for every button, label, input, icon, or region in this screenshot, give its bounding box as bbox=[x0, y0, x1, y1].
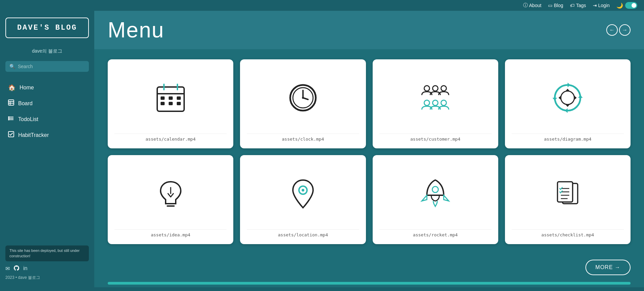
todolist-icon bbox=[8, 115, 14, 123]
diagram-icon bbox=[512, 66, 624, 129]
menu-header: Menu ← → bbox=[94, 11, 644, 49]
svg-point-44 bbox=[302, 189, 304, 192]
card-diagram[interactable]: assets/diagram.mp4 bbox=[505, 59, 631, 148]
sidebar-item-board[interactable]: Board bbox=[5, 95, 89, 111]
email-icon[interactable]: ✉ bbox=[5, 265, 10, 272]
construction-notice: This site has been deployed, but still u… bbox=[5, 245, 89, 261]
github-icon[interactable] bbox=[14, 265, 19, 272]
svg-rect-17 bbox=[177, 96, 181, 100]
svg-point-29 bbox=[424, 100, 430, 106]
svg-rect-19 bbox=[169, 102, 173, 105]
moon-icon: 🌙 bbox=[616, 2, 623, 9]
card-calendar[interactable]: assets/calendar.mp4 bbox=[108, 59, 233, 148]
about-link[interactable]: ⓘ About bbox=[523, 2, 542, 8]
blog-icon: ▭ bbox=[548, 3, 552, 8]
clock-icon bbox=[247, 66, 359, 129]
rocket-icon bbox=[379, 162, 492, 225]
nav-arrows: ← → bbox=[606, 24, 631, 36]
info-icon: ⓘ bbox=[523, 2, 528, 8]
card-label-calendar: assets/calendar.mp4 bbox=[114, 134, 227, 142]
footer-text: 2023 • dave 블로그 bbox=[5, 275, 89, 281]
login-icon: ⇥ bbox=[593, 3, 597, 8]
card-clock[interactable]: assets/clock.mp4 bbox=[240, 59, 366, 148]
search-input[interactable] bbox=[18, 64, 85, 69]
calendar-icon bbox=[114, 66, 227, 129]
menu-title: Menu bbox=[108, 18, 164, 42]
card-label-rocket: assets/rocket.mp4 bbox=[379, 229, 492, 237]
sidebar-footer: This site has been deployed, but still u… bbox=[5, 239, 89, 281]
main-layout: DAVE'S BLOG dave의 블로그 🔍 🏠 Home bbox=[0, 11, 644, 287]
customer-icon bbox=[379, 66, 492, 129]
svg-point-26 bbox=[424, 86, 430, 91]
card-location[interactable]: assets/location.mp4 bbox=[240, 155, 366, 244]
svg-point-27 bbox=[433, 86, 438, 91]
svg-rect-15 bbox=[161, 96, 165, 100]
board-icon bbox=[8, 99, 14, 107]
card-label-checklist: assets/checklist.mp4 bbox=[512, 229, 624, 237]
prev-arrow-button[interactable]: ← bbox=[606, 24, 618, 36]
search-icon: 🔍 bbox=[9, 64, 15, 69]
sidebar-item-todolist[interactable]: TodoList bbox=[5, 111, 89, 127]
svg-rect-18 bbox=[161, 102, 165, 105]
svg-point-8 bbox=[8, 118, 9, 119]
svg-point-31 bbox=[441, 100, 446, 106]
card-idea[interactable]: assets/idea.mp4 bbox=[108, 155, 233, 244]
top-navigation: ⓘ About ▭ Blog 🏷 Tags ⇥ Login 🌙 bbox=[0, 0, 644, 11]
theme-toggle-switch[interactable] bbox=[625, 2, 637, 9]
site-logo: DAVE'S BLOG bbox=[5, 18, 89, 38]
content-area: Menu ← → bbox=[94, 11, 644, 287]
card-label-idea: assets/idea.mp4 bbox=[114, 229, 227, 237]
svg-marker-36 bbox=[566, 89, 570, 91]
svg-marker-38 bbox=[566, 105, 570, 107]
card-checklist[interactable]: assets/checklist.mp4 bbox=[505, 155, 631, 244]
svg-marker-33 bbox=[565, 108, 568, 113]
svg-point-25 bbox=[302, 97, 304, 99]
card-rocket[interactable]: assets/rocket.mp4 bbox=[373, 155, 498, 244]
svg-rect-20 bbox=[177, 102, 181, 105]
home-icon: 🏠 bbox=[8, 84, 15, 91]
login-link[interactable]: ⇥ Login bbox=[593, 3, 610, 8]
svg-point-30 bbox=[433, 100, 438, 106]
blog-link[interactable]: ▭ Blog bbox=[548, 3, 563, 8]
search-box[interactable]: 🔍 bbox=[5, 61, 89, 72]
sidebar: DAVE'S BLOG dave의 블로그 🔍 🏠 Home bbox=[0, 11, 94, 287]
svg-marker-35 bbox=[568, 83, 570, 87]
sidebar-item-home[interactable]: 🏠 Home bbox=[5, 80, 89, 95]
svg-marker-37 bbox=[574, 96, 577, 100]
card-customer[interactable]: assets/customer.mp4 bbox=[373, 59, 498, 148]
tags-link[interactable]: 🏷 Tags bbox=[570, 3, 586, 8]
svg-rect-0 bbox=[8, 100, 14, 105]
more-button[interactable]: MORE → bbox=[585, 260, 631, 275]
idea-icon bbox=[114, 162, 227, 225]
svg-point-9 bbox=[8, 119, 9, 120]
checklist-icon bbox=[512, 162, 624, 225]
sidebar-nav: 🏠 Home Board bbox=[5, 80, 89, 143]
social-icons: ✉ in bbox=[5, 265, 89, 272]
dark-mode-toggle[interactable]: 🌙 bbox=[616, 2, 637, 9]
svg-marker-39 bbox=[558, 96, 561, 100]
next-arrow-button[interactable]: → bbox=[619, 24, 631, 36]
svg-marker-34 bbox=[552, 98, 557, 100]
card-label-diagram: assets/diagram.mp4 bbox=[512, 134, 624, 142]
linkedin-icon[interactable]: in bbox=[23, 265, 27, 272]
svg-point-28 bbox=[441, 86, 446, 91]
svg-point-45 bbox=[432, 186, 438, 193]
card-label-location: assets/location.mp4 bbox=[247, 229, 359, 237]
location-icon bbox=[247, 162, 359, 225]
habittracker-icon bbox=[8, 131, 14, 139]
media-grid: assets/calendar.mp4 assets/clock.mp4 bbox=[94, 49, 644, 254]
tag-icon: 🏷 bbox=[570, 3, 575, 8]
svg-marker-32 bbox=[578, 95, 583, 98]
sidebar-item-habittracker[interactable]: HabitTracker bbox=[5, 127, 89, 143]
scroll-bar[interactable] bbox=[108, 282, 631, 285]
card-label-customer: assets/customer.mp4 bbox=[379, 134, 492, 142]
sidebar-subtitle: dave의 블로그 bbox=[5, 48, 89, 54]
more-section: MORE → bbox=[94, 254, 644, 282]
svg-point-7 bbox=[8, 117, 9, 117]
card-label-clock: assets/clock.mp4 bbox=[247, 134, 359, 142]
svg-rect-16 bbox=[169, 96, 173, 100]
